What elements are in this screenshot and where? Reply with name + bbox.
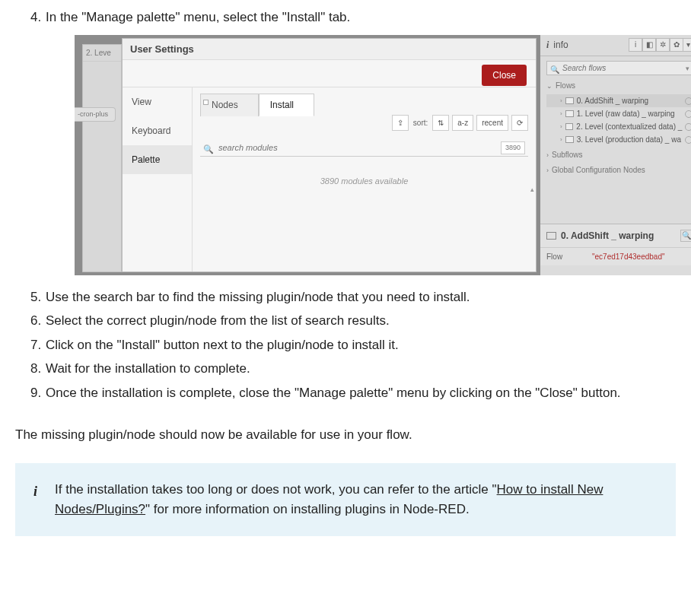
- sort-default-button[interactable]: ⇅: [432, 115, 449, 131]
- step-8: 8.Wait for the installation to complete.: [30, 359, 676, 379]
- status-circle-icon: [685, 123, 691, 131]
- screenshot-container: Deploy ▼ 2. Leve -cron-plus User Setting…: [75, 35, 691, 275]
- flow-tree: ⌄Flows ›0. AddShift _ warping ›1. Level …: [546, 80, 691, 176]
- tab-install[interactable]: Install: [259, 94, 314, 116]
- tree-subflows-header[interactable]: ›Subflows: [546, 149, 691, 161]
- module-count-badge: 3890: [501, 141, 525, 155]
- info-sidebar: i info i ◧ ✲ ✿ ▾ 🔍 ▾: [540, 35, 691, 275]
- menu-item-view[interactable]: View: [123, 87, 192, 116]
- tab-nodes[interactable]: Nodes: [200, 94, 259, 116]
- search-icon: 🔍: [203, 143, 214, 156]
- module-search-input[interactable]: [200, 139, 528, 157]
- magnify-button[interactable]: 🔍: [680, 230, 691, 242]
- dialog-topbar: Close: [123, 60, 536, 87]
- detail-key: Flow: [546, 251, 592, 262]
- palette-panel: Nodes Install ⇪ sort: ⇅ a-z recent ⟳: [193, 87, 536, 271]
- sort-label: sort:: [413, 117, 428, 129]
- modules-available-text: 3890 modules available: [193, 175, 536, 188]
- detail-value: "ec7ed17d43eedbad": [592, 251, 665, 262]
- sort-recent-button[interactable]: recent: [476, 115, 508, 131]
- status-circle-icon: [685, 136, 691, 144]
- info-sidebar-title: i info i ◧ ✲ ✿ ▾: [540, 35, 691, 56]
- flow-icon: [565, 97, 574, 104]
- step-5: 5.Use the search bar to find the missing…: [30, 287, 676, 307]
- dialog-title: User Settings: [123, 39, 536, 60]
- conclusion-text: The missing plugin/node should now be av…: [15, 425, 676, 445]
- module-search: 🔍 3890: [200, 139, 528, 157]
- step-9-text: Once the installation is complete, close…: [46, 386, 621, 400]
- info-tab-config[interactable]: ✿: [670, 38, 683, 52]
- screenshot: Deploy ▼ 2. Leve -cron-plus User Setting…: [75, 35, 691, 275]
- flow-search-input[interactable]: [546, 61, 691, 75]
- settings-menu: View Keyboard Palette: [123, 87, 193, 271]
- flow-icon: [546, 232, 556, 240]
- info-tab-info[interactable]: i: [629, 38, 642, 52]
- step-7-text: Click on the "Install" button next to th…: [46, 338, 399, 352]
- step-9: 9.Once the installation is complete, clo…: [30, 383, 676, 403]
- user-settings-dialog: User Settings Close View Keyboard Palett…: [122, 38, 537, 272]
- step-7: 7.Click on the "Install" button next to …: [30, 335, 676, 355]
- tree-flows-header[interactable]: ⌄Flows: [546, 80, 691, 92]
- menu-item-palette[interactable]: Palette: [123, 145, 192, 174]
- info-icon: i: [33, 481, 37, 503]
- step-6-text: Select the correct plugin/node from the …: [46, 313, 390, 328]
- tree-row[interactable]: ›1. Level (raw data) _ warping: [546, 107, 691, 120]
- step-8-text: Wait for the installation to complete.: [46, 361, 250, 376]
- install-toolbar: ⇪ sort: ⇅ a-z recent ⟳: [392, 115, 528, 131]
- search-icon: 🔍: [550, 64, 559, 75]
- status-circle-icon: [685, 110, 691, 118]
- info-icon: i: [546, 38, 549, 52]
- tree-globals-header[interactable]: ›Global Configuration Nodes: [546, 164, 691, 176]
- tree-row[interactable]: ›3. Level (production data) _ wa: [546, 133, 691, 146]
- info-detail-panel: 0. AddShift _ warping 🔍 Flow "ec7ed17d43…: [540, 224, 691, 265]
- infobox-pre: If the installation takes too long or do…: [55, 482, 497, 497]
- info-detail-row: Flow "ec7ed17d43eedbad": [540, 247, 691, 265]
- workspace-strip: 2. Leve: [82, 44, 122, 272]
- refresh-button[interactable]: ⟳: [511, 115, 528, 131]
- info-callout: i If the installation takes too long or …: [15, 463, 676, 537]
- info-tab-debug[interactable]: ✲: [656, 38, 670, 52]
- sort-az-button[interactable]: a-z: [452, 115, 473, 131]
- flow-icon: [565, 123, 574, 130]
- close-button[interactable]: Close: [482, 65, 527, 86]
- workspace-tab[interactable]: 2. Leve: [83, 45, 121, 62]
- upload-button[interactable]: ⇪: [392, 115, 409, 131]
- status-circle-icon: [685, 97, 691, 105]
- step-4-text: In the "Manage palette" menu, select the…: [46, 10, 350, 24]
- info-tab-help[interactable]: ◧: [642, 38, 656, 52]
- flow-search: 🔍 ▾: [546, 61, 691, 75]
- workspace-node-label: -cron-plus: [75, 107, 116, 122]
- info-tab-more[interactable]: ▾: [683, 38, 691, 52]
- infobox-post: " for more information on installing plu…: [145, 502, 470, 516]
- tree-row[interactable]: ›0. AddShift _ warping: [546, 94, 691, 107]
- flow-icon: [565, 136, 574, 143]
- palette-tabs: Nodes Install: [200, 94, 536, 116]
- info-toolbar: i ◧ ✲ ✿ ▾: [629, 38, 691, 52]
- step-4: 4.In the "Manage palette" menu, select t…: [30, 8, 676, 275]
- info-detail-title: 0. AddShift _ warping 🔍: [540, 224, 691, 247]
- tree-row[interactable]: ›2. Level (contextualized data) _: [546, 120, 691, 133]
- step-5-text: Use the search bar to find the missing p…: [46, 290, 470, 304]
- chevron-down-icon[interactable]: ▾: [686, 64, 689, 75]
- menu-item-keyboard[interactable]: Keyboard: [123, 116, 192, 145]
- scroll-up-icon[interactable]: ▴: [530, 185, 534, 195]
- flow-icon: [565, 110, 574, 117]
- step-6: 6.Select the correct plugin/node from th…: [30, 311, 676, 331]
